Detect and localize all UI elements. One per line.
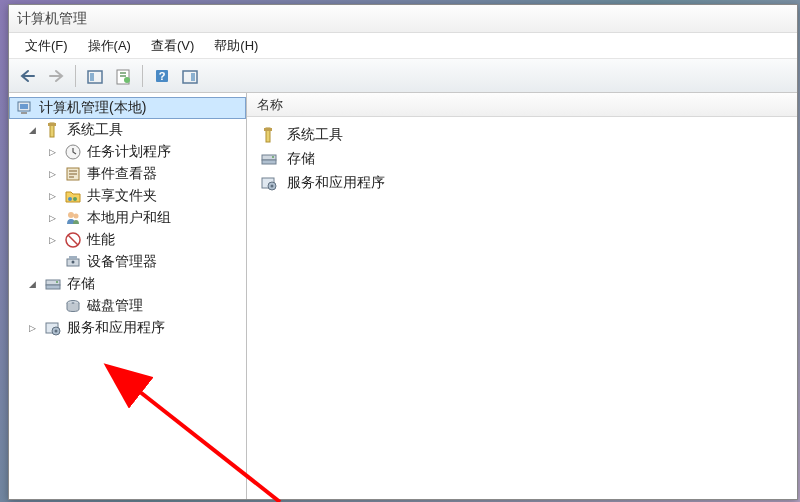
tree-disk-management[interactable]: ▷ 磁盘管理	[9, 295, 246, 317]
disk-icon	[64, 297, 82, 315]
menu-view[interactable]: 查看(V)	[141, 34, 204, 58]
svg-rect-33	[262, 155, 276, 160]
tree-shared-folders-label: 共享文件夹	[87, 187, 157, 205]
tree-system-tools[interactable]: ◢ 系统工具	[9, 119, 246, 141]
forward-button[interactable]	[43, 63, 69, 89]
collapse-icon[interactable]: ◢	[25, 123, 39, 137]
tree-device-manager-label: 设备管理器	[87, 253, 157, 271]
services-icon	[260, 174, 278, 192]
svg-point-16	[73, 197, 77, 201]
up-level-button[interactable]	[82, 63, 108, 89]
expand-icon[interactable]: ▷	[25, 321, 39, 335]
list-pane: 名称 系统工具 存储	[247, 93, 797, 499]
tree-services-apps-label: 服务和应用程序	[67, 319, 165, 337]
list-item-label: 存储	[287, 150, 315, 168]
svg-text:?: ?	[159, 70, 166, 82]
svg-point-17	[68, 212, 74, 218]
tree-root[interactable]: 计算机管理(本地)	[9, 97, 246, 119]
services-icon	[44, 319, 62, 337]
svg-point-35	[272, 156, 274, 158]
svg-rect-1	[90, 73, 94, 81]
list-item-system-tools[interactable]: 系统工具	[251, 123, 793, 147]
system-tools-icon	[44, 121, 62, 139]
device-manager-icon	[64, 253, 82, 271]
svg-rect-10	[21, 112, 27, 114]
tree-task-scheduler-label: 任务计划程序	[87, 143, 171, 161]
computer-mgmt-icon	[16, 99, 34, 117]
tree-performance-label: 性能	[87, 231, 115, 249]
system-tools-icon	[260, 126, 278, 144]
svg-point-27	[72, 302, 75, 303]
tree-event-viewer[interactable]: ▷ 事件查看器	[9, 163, 246, 185]
tree-task-scheduler[interactable]: ▷ 任务计划程序	[9, 141, 246, 163]
tree-storage-label: 存储	[67, 275, 95, 293]
clock-icon	[64, 143, 82, 161]
svg-rect-7	[191, 73, 195, 81]
storage-icon	[44, 275, 62, 293]
storage-icon	[260, 150, 278, 168]
svg-point-38	[271, 185, 274, 188]
svg-point-30	[55, 330, 58, 333]
performance-icon	[64, 231, 82, 249]
svg-rect-34	[262, 160, 276, 164]
svg-rect-23	[46, 280, 60, 285]
list-item-label: 系统工具	[287, 126, 343, 144]
list-item-storage[interactable]: 存储	[251, 147, 793, 171]
titlebar: 计算机管理	[9, 5, 797, 33]
expand-icon[interactable]: ▷	[45, 233, 59, 247]
tree-disk-management-label: 磁盘管理	[87, 297, 143, 315]
event-viewer-icon	[64, 165, 82, 183]
column-name: 名称	[257, 96, 283, 114]
tree-local-users-label: 本地用户和组	[87, 209, 171, 227]
tree-performance[interactable]: ▷ 性能	[9, 229, 246, 251]
svg-point-3	[124, 77, 130, 83]
window-title: 计算机管理	[17, 10, 87, 28]
tree-storage[interactable]: ◢ 存储	[9, 273, 246, 295]
properties-button[interactable]	[177, 63, 203, 89]
svg-point-15	[68, 197, 72, 201]
collapse-icon[interactable]: ◢	[25, 277, 39, 291]
menu-help[interactable]: 帮助(H)	[204, 34, 268, 58]
expand-icon[interactable]: ▷	[45, 145, 59, 159]
expand-icon[interactable]: ▷	[45, 211, 59, 225]
list-item-services-apps[interactable]: 服务和应用程序	[251, 171, 793, 195]
svg-point-18	[74, 214, 79, 219]
tree-device-manager[interactable]: ▷ 设备管理器	[9, 251, 246, 273]
svg-rect-9	[20, 104, 28, 109]
menu-file[interactable]: 文件(F)	[15, 34, 78, 58]
toolbar-sep-2	[142, 65, 143, 87]
tree-pane[interactable]: 计算机管理(本地) ◢ 系统工具 ▷ 任务计划程序 ▷	[9, 93, 247, 499]
toolbar-sep-1	[75, 65, 76, 87]
refresh-button[interactable]	[110, 63, 136, 89]
svg-rect-24	[46, 285, 60, 289]
tree-event-viewer-label: 事件查看器	[87, 165, 157, 183]
back-button[interactable]	[15, 63, 41, 89]
svg-point-25	[56, 281, 58, 283]
help-button[interactable]: ?	[149, 63, 175, 89]
main-window: 计算机管理 文件(F) 操作(A) 查看(V) 帮助(H) ?	[8, 4, 798, 500]
list-header[interactable]: 名称	[247, 93, 797, 117]
content-area: 计算机管理(本地) ◢ 系统工具 ▷ 任务计划程序 ▷	[9, 93, 797, 499]
tree-services-apps[interactable]: ▷ 服务和应用程序	[9, 317, 246, 339]
list-body[interactable]: 系统工具 存储 服务和应用程序	[247, 117, 797, 499]
menubar: 文件(F) 操作(A) 查看(V) 帮助(H)	[9, 33, 797, 59]
users-icon	[64, 209, 82, 227]
svg-rect-21	[69, 256, 77, 259]
tree-root-label: 计算机管理(本地)	[39, 99, 146, 117]
list-item-label: 服务和应用程序	[287, 174, 385, 192]
tree-local-users[interactable]: ▷ 本地用户和组	[9, 207, 246, 229]
toolbar: ?	[9, 59, 797, 93]
svg-rect-12	[48, 123, 56, 126]
expand-icon[interactable]: ▷	[45, 189, 59, 203]
menu-action[interactable]: 操作(A)	[78, 34, 141, 58]
expand-icon[interactable]: ▷	[45, 167, 59, 181]
tree-shared-folders[interactable]: ▷ 共享文件夹	[9, 185, 246, 207]
shared-folders-icon	[64, 187, 82, 205]
svg-rect-32	[264, 128, 272, 131]
tree-system-tools-label: 系统工具	[67, 121, 123, 139]
svg-point-22	[72, 261, 75, 264]
